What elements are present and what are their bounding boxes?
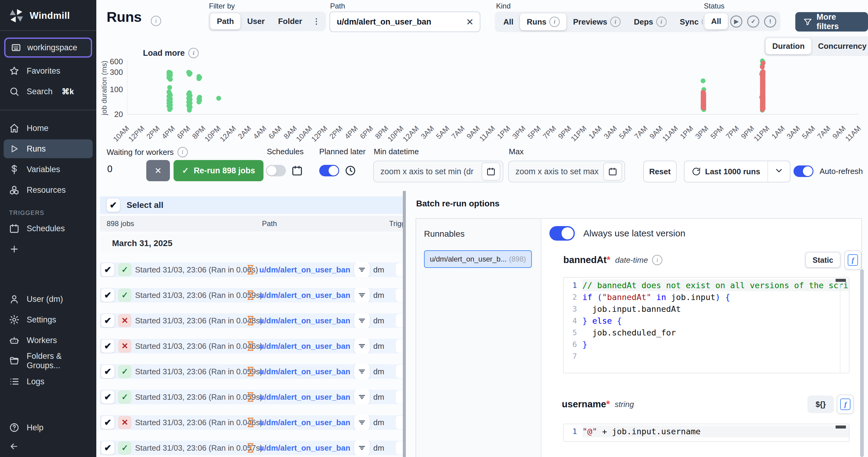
min-datetime-calendar-button[interactable] [482,163,500,181]
kind-deps-option[interactable]: Depsi [627,13,673,30]
sidebar-add-trigger-button[interactable] [0,240,96,258]
planned-later-toggle[interactable] [319,165,339,176]
row-overflow-button[interactable] [396,390,403,404]
row-overflow-button[interactable] [396,288,403,302]
cancel-selection-button[interactable]: ✕ [146,160,170,181]
sidebar-item-help[interactable]: Help [0,418,96,437]
run-path-link[interactable]: u/dm/alert_on_user_ban [259,265,350,275]
sidebar-collapse-button[interactable] [0,439,96,455]
auto-refresh-toggle[interactable] [794,166,813,177]
run-path-link[interactable]: u/dm/alert_on_user_ban [259,342,350,351]
run-path-link[interactable]: u/dm/alert_on_user_ban [259,291,350,300]
row-overflow-button[interactable] [396,263,403,276]
max-datetime-calendar-button[interactable] [603,163,622,181]
run-path-link[interactable]: u/dm/alert_on_user_ban [259,316,350,325]
run-path-link[interactable]: u/dm/alert_on_user_ban [259,393,350,402]
row-overflow-button[interactable] [396,314,403,327]
sidebar-item-user[interactable]: User (dm) [0,290,96,309]
filter-by-folder-option[interactable]: Folder [271,13,309,29]
sidebar-item-runs[interactable]: Runs [4,139,93,158]
run-path-link[interactable]: u/dm/alert_on_user_ban [259,367,350,376]
run-row[interactable]: ✔ ✕ Started 31/03, 23:06 (Ran in 0.046s)… [100,339,403,353]
filter-by-more-icon[interactable]: ⋮ [309,13,324,29]
row-checkbox[interactable]: ✔ [101,339,115,353]
runnable-item[interactable]: u/dm/alert_on_user_b... (898) [424,250,532,268]
row-checkbox[interactable]: ✔ [101,314,115,327]
editor-scrollbar[interactable] [836,426,846,429]
max-datetime-input[interactable] [515,167,603,177]
kind-runs-option[interactable]: Runsi [520,13,566,30]
status-running-option[interactable]: ▶ [728,13,745,29]
sidebar-item-home[interactable]: Home [0,119,96,138]
row-checkbox[interactable]: ✔ [101,365,115,378]
runs-info-icon[interactable]: i [151,16,161,26]
row-checkbox[interactable]: ✔ [101,288,115,302]
workspace-switcher[interactable]: workingspace [4,37,92,58]
run-row[interactable]: ✔ ✓ Started 31/03, 23:06 (Ran in 0.059s)… [100,390,403,404]
username-mode-group: ${} [807,396,834,413]
panel-resize-handle[interactable] [403,191,406,457]
username-code-editor[interactable]: 1"@" + job.input.username [563,424,849,442]
select-all-row[interactable]: ✔ Select all [100,196,403,214]
run-row[interactable]: ✔ ✕ Started 31/03, 23:06 (Ran in 0.046s)… [100,415,403,430]
select-all-checkbox[interactable]: ✔ [106,199,120,212]
status-failure-option[interactable]: ! [762,13,779,29]
row-checkbox[interactable]: ✔ [101,390,115,404]
row-overflow-button[interactable] [396,416,403,429]
row-filter-button[interactable] [354,364,370,379]
run-row[interactable]: ✔ ✓ Started 31/03, 23:06 (Ran in 0.06s) … [100,262,403,277]
row-checkbox[interactable]: ✔ [101,441,115,455]
run-row[interactable]: ✔ ✓ Started 31/03, 23:06 (Ran in 0.057s)… [100,440,403,455]
sidebar-item-favorites[interactable]: Favorites [0,61,96,80]
min-datetime-input[interactable] [380,167,482,177]
rerun-jobs-button[interactable]: ✓ Re-run 898 jobs [174,160,264,181]
row-filter-button[interactable] [354,288,370,303]
row-checkbox[interactable]: ✔ [101,416,115,429]
template-mode-button[interactable]: ${} [809,397,832,411]
row-filter-button[interactable] [354,339,370,353]
clear-path-icon[interactable]: ✕ [466,17,474,27]
row-filter-button[interactable] [354,313,370,328]
filter-by-user-option[interactable]: User [241,13,271,29]
row-checkbox[interactable]: ✔ [101,263,115,276]
row-filter-button[interactable] [354,415,370,430]
bannedat-js-mode-button[interactable]: f [844,250,861,270]
static-mode-button[interactable]: Static [806,253,840,267]
status-success-option[interactable]: ✓ [745,13,762,29]
bannedat-code-editor[interactable]: 1// bannedAt does not exist on all versi… [563,277,849,373]
row-overflow-button[interactable] [396,441,403,455]
row-filter-button[interactable] [354,390,370,404]
batch-panel-scrollbar[interactable] [860,269,864,457]
status-all-option[interactable]: All [705,13,728,29]
row-overflow-button[interactable] [396,339,403,353]
kind-previews-option[interactable]: Previewsi [566,13,627,30]
filter-by-path-option[interactable]: Path [210,13,241,29]
run-row[interactable]: ✔ ✓ Started 31/03, 23:06 (Ran in 0.059s)… [100,364,403,379]
duration-scatter-chart[interactable]: job duration (ms)6003001002010AM12PM2PM4… [100,36,868,143]
sidebar-item-workers[interactable]: Workers [0,331,96,350]
row-filter-button[interactable] [354,262,370,277]
last-runs-dropdown[interactable] [768,166,790,178]
run-path-link[interactable]: u/dm/alert_on_user_ban [259,444,350,453]
sidebar-item-resources[interactable]: Resources [0,181,96,199]
sidebar-item-search[interactable]: Search ⌘k [0,82,96,101]
schedules-toggle[interactable] [266,165,286,176]
latest-version-toggle[interactable] [549,226,575,240]
sidebar-item-variables[interactable]: Variables [0,160,96,179]
run-row[interactable]: ✔ ✓ Started 31/03, 23:06 (Ran in 0.059s)… [100,288,403,303]
kind-all-option[interactable]: All [497,14,520,30]
run-row[interactable]: ✔ ✕ Started 31/03, 23:06 (Ran in 0.048s)… [100,313,403,328]
sidebar-item-logs[interactable]: Logs [0,372,96,391]
editor-scrollbar[interactable] [836,279,846,282]
path-filter-input[interactable] [336,17,462,27]
more-filters-button[interactable]: More filters [795,12,868,31]
row-overflow-button[interactable] [396,365,403,378]
username-js-mode-button[interactable]: f [837,395,854,414]
reset-button[interactable]: Reset [643,161,677,182]
sidebar-item-settings[interactable]: Settings [0,310,96,329]
sidebar-item-schedules[interactable]: Schedules [0,219,96,238]
last-runs-refresh[interactable]: Last 1000 runs [684,167,768,176]
row-filter-button[interactable] [354,440,370,455]
run-path-link[interactable]: u/dm/alert_on_user_ban [259,418,350,427]
sidebar-item-folders[interactable]: Folders & Groups... [0,351,96,370]
